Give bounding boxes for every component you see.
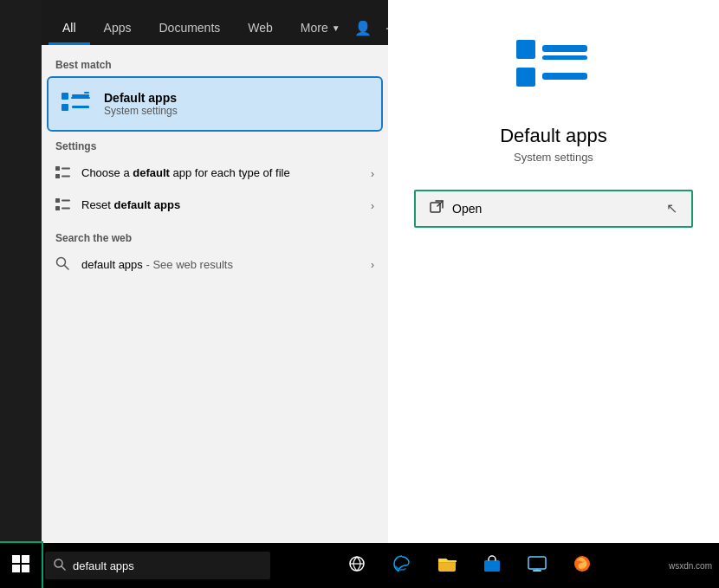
svg-rect-2 bbox=[72, 94, 89, 97]
svg-rect-12 bbox=[62, 200, 70, 202]
main-container: All Apps Documents Web More ▼ 👤 ··· Best… bbox=[0, 0, 719, 588]
web-search-item[interactable]: default apps - See web results › bbox=[42, 249, 388, 280]
edge-icon bbox=[392, 554, 411, 578]
search-icon bbox=[55, 256, 73, 273]
svg-rect-34 bbox=[528, 557, 546, 569]
app-detail-panel: Default apps System settings Open ↖ bbox=[388, 0, 719, 543]
settings-label: Settings bbox=[42, 130, 388, 158]
svg-rect-26 bbox=[12, 565, 20, 572]
taskbar: default apps bbox=[0, 543, 719, 588]
results-content: Best match Defau bbox=[42, 45, 388, 543]
start-button[interactable] bbox=[0, 543, 42, 588]
svg-rect-24 bbox=[12, 555, 20, 563]
reset-default-arrow: › bbox=[371, 200, 374, 212]
svg-rect-25 bbox=[22, 555, 29, 563]
reset-default-text: Reset default apps bbox=[81, 198, 362, 213]
search-menu: All Apps Documents Web More ▼ 👤 ··· Best… bbox=[0, 0, 719, 543]
tab-all[interactable]: All bbox=[49, 14, 90, 45]
app-detail-large-icon bbox=[515, 35, 593, 107]
open-label: Open bbox=[452, 202, 482, 216]
tab-more[interactable]: More ▼ bbox=[287, 14, 354, 45]
tab-apps[interactable]: Apps bbox=[90, 14, 146, 45]
svg-rect-11 bbox=[55, 206, 60, 210]
choose-default-text: Choose a default app for each type of fi… bbox=[81, 166, 362, 181]
choose-default-setting[interactable]: Choose a default app for each type of fi… bbox=[42, 158, 388, 190]
open-icon bbox=[430, 200, 444, 217]
svg-rect-13 bbox=[62, 208, 70, 210]
taskbar-right: wsxdn.com bbox=[669, 561, 719, 571]
store-icon bbox=[483, 555, 501, 577]
svg-rect-10 bbox=[55, 198, 60, 203]
reset-default-setting[interactable]: Reset default apps › bbox=[42, 190, 388, 222]
see-results: - See web results bbox=[143, 258, 233, 271]
edge-button[interactable] bbox=[383, 546, 421, 585]
nav-tabs: All Apps Documents Web More ▼ 👤 ··· bbox=[42, 0, 388, 45]
svg-rect-0 bbox=[62, 93, 68, 100]
sidebar-left bbox=[0, 0, 42, 543]
windows-icon bbox=[12, 555, 29, 577]
taskbar-center bbox=[270, 546, 669, 585]
chevron-down-icon: ▼ bbox=[332, 23, 340, 33]
svg-rect-9 bbox=[62, 176, 70, 178]
open-button[interactable]: Open ↖ bbox=[414, 190, 693, 228]
svg-rect-18 bbox=[542, 45, 587, 52]
svg-rect-20 bbox=[542, 55, 573, 60]
best-match-text: Default apps System settings bbox=[104, 91, 178, 117]
fileexplorer-icon bbox=[437, 555, 457, 577]
svg-rect-1 bbox=[62, 104, 68, 111]
best-match-label: Best match bbox=[42, 55, 388, 78]
svg-rect-16 bbox=[516, 40, 535, 59]
svg-rect-3 bbox=[72, 106, 89, 108]
app-detail-name: Default apps bbox=[500, 125, 607, 147]
default-apps-icon bbox=[59, 87, 94, 121]
list-icon-2 bbox=[55, 197, 73, 215]
web-query: default apps bbox=[81, 258, 143, 271]
taskbar-clock: wsxdn.com bbox=[669, 561, 712, 571]
svg-rect-7 bbox=[55, 174, 60, 178]
choose-default-arrow: › bbox=[371, 168, 374, 180]
svg-rect-5 bbox=[84, 92, 89, 94]
svg-rect-27 bbox=[22, 565, 29, 572]
list-icon-1 bbox=[55, 165, 73, 183]
svg-rect-21 bbox=[568, 55, 587, 60]
fileexplorer-button[interactable] bbox=[428, 546, 466, 585]
person-icon[interactable]: 👤 bbox=[354, 20, 372, 36]
tab-more-label: More bbox=[301, 21, 328, 35]
firefox-icon bbox=[573, 554, 592, 578]
taskview-icon bbox=[348, 555, 366, 577]
best-match-subtitle: System settings bbox=[104, 105, 178, 117]
taskview-button[interactable] bbox=[338, 546, 376, 585]
search-results-panel: All Apps Documents Web More ▼ 👤 ··· Best… bbox=[42, 0, 388, 543]
best-match-item[interactable]: Default apps System settings bbox=[49, 78, 381, 130]
web-search-arrow: › bbox=[371, 259, 374, 271]
svg-rect-33 bbox=[484, 560, 500, 572]
tab-web[interactable]: Web bbox=[234, 14, 287, 45]
cursor-indicator: ↖ bbox=[666, 202, 677, 216]
store-button[interactable] bbox=[473, 546, 511, 585]
taskbar-search-text: default apps bbox=[73, 559, 134, 572]
firefox-button[interactable] bbox=[563, 546, 601, 585]
tab-documents[interactable]: Documents bbox=[145, 14, 234, 45]
device-button[interactable] bbox=[518, 546, 556, 585]
web-search-label: Search the web bbox=[42, 222, 388, 249]
svg-rect-19 bbox=[542, 73, 587, 80]
taskbar-search[interactable]: default apps bbox=[45, 552, 270, 579]
svg-rect-8 bbox=[62, 168, 70, 170]
web-search-text: default apps - See web results bbox=[81, 258, 362, 271]
svg-rect-6 bbox=[55, 166, 60, 171]
taskbar-search-icon bbox=[54, 559, 66, 573]
app-detail-subtitle: System settings bbox=[514, 151, 593, 164]
svg-line-15 bbox=[65, 266, 69, 270]
best-match-title: Default apps bbox=[104, 91, 178, 105]
device-icon bbox=[528, 555, 547, 577]
svg-rect-17 bbox=[516, 68, 535, 87]
svg-line-29 bbox=[62, 566, 65, 570]
